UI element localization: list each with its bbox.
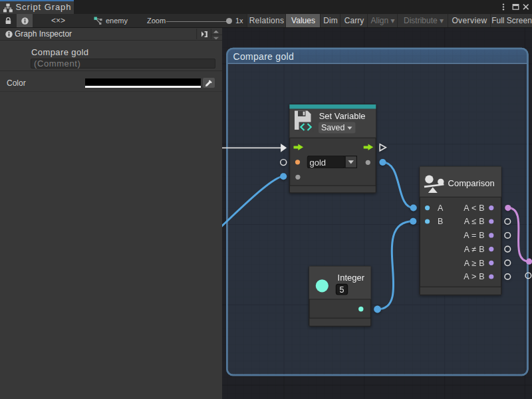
svg-text:B: B: [438, 217, 443, 226]
svg-text:A: A: [438, 203, 444, 213]
svg-text:Set Variable: Set Variable: [319, 111, 366, 121]
svg-text:gold: gold: [310, 158, 327, 168]
svg-text:A ≤ B: A ≤ B: [464, 217, 485, 226]
svg-text:Compare gold: Compare gold: [233, 51, 295, 62]
svg-text:A > B: A > B: [464, 272, 485, 281]
svg-text:A ≥ B: A ≥ B: [464, 259, 485, 268]
svg-text:Comparison: Comparison: [448, 178, 495, 188]
svg-text:A ≠ B: A ≠ B: [464, 245, 485, 254]
svg-text:Integer: Integer: [338, 273, 365, 283]
svg-text:Saved: Saved: [321, 123, 344, 132]
svg-text:5: 5: [340, 285, 344, 295]
svg-text:A = B: A = B: [464, 231, 485, 240]
svg-text:A < B: A < B: [464, 203, 485, 213]
